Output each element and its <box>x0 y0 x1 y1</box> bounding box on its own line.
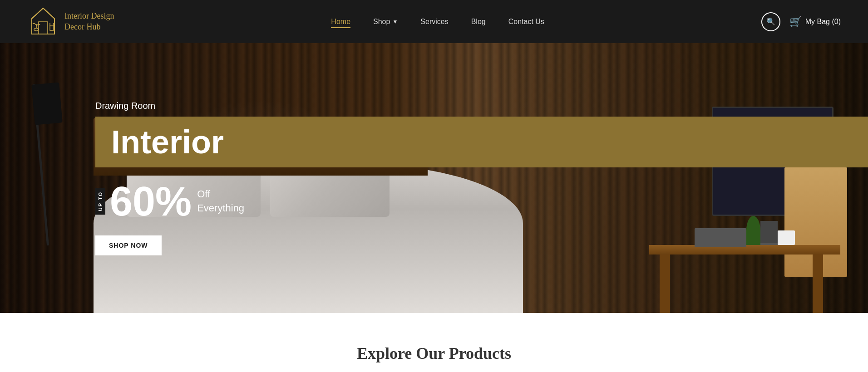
upto-label: UP TO <box>95 188 105 215</box>
logo-link[interactable]: Interior Design Decor Hub <box>27 6 114 38</box>
bag-label: My Bag (0) <box>805 18 841 26</box>
bag-button[interactable]: 🛒 My Bag (0) <box>789 16 841 28</box>
bag-icon: 🛒 <box>789 16 802 28</box>
search-icon: 🔍 <box>766 17 775 26</box>
navbar: Interior Design Decor Hub Home Shop ▼ Se… <box>0 0 868 43</box>
svg-point-4 <box>34 28 39 31</box>
nav-item-contact[interactable]: Contact Us <box>508 18 544 26</box>
brand-name-line2: Decor Hub <box>64 22 100 31</box>
nav-link-home[interactable]: Home <box>331 18 350 28</box>
nav-links: Home Shop ▼ Services Blog Contact Us <box>331 18 544 26</box>
below-fold-section: Explore Our Products <box>0 313 868 372</box>
discount-percent: 60% <box>110 181 192 222</box>
svg-line-1 <box>32 8 43 19</box>
shop-now-button[interactable]: SHOP NOW <box>95 235 162 255</box>
nav-item-shop[interactable]: Shop ▼ <box>373 18 398 26</box>
hero-title: Interior <box>111 126 852 158</box>
search-button[interactable]: 🔍 <box>761 12 780 31</box>
chevron-down-icon: ▼ <box>392 19 398 25</box>
explore-title: Explore Our Products <box>357 344 511 363</box>
nav-actions: 🔍 🛒 My Bag (0) <box>761 12 841 31</box>
nav-item-services[interactable]: Services <box>420 18 448 26</box>
hero-title-box: Interior <box>95 117 868 167</box>
hero-discount-row: UP TO 60% Off Everything <box>95 181 868 222</box>
nav-link-shop[interactable]: Shop ▼ <box>373 18 398 26</box>
off-everything: Off Everything <box>197 187 244 215</box>
nav-item-home[interactable]: Home <box>331 18 350 26</box>
nav-link-contact[interactable]: Contact Us <box>508 18 544 25</box>
nav-item-blog[interactable]: Blog <box>471 18 486 26</box>
brand-name-line1: Interior Design <box>64 11 114 20</box>
svg-line-2 <box>43 8 54 19</box>
svg-rect-3 <box>39 22 48 34</box>
hero-subtitle: Drawing Room <box>95 101 868 111</box>
hero-section: Drawing Room Interior UP TO 60% Off Ever… <box>0 43 868 313</box>
logo-icon <box>27 6 59 38</box>
hero-content: Drawing Room Interior UP TO 60% Off Ever… <box>0 43 868 313</box>
nav-link-services[interactable]: Services <box>420 18 448 25</box>
svg-rect-6 <box>50 26 54 30</box>
nav-link-blog[interactable]: Blog <box>471 18 486 25</box>
